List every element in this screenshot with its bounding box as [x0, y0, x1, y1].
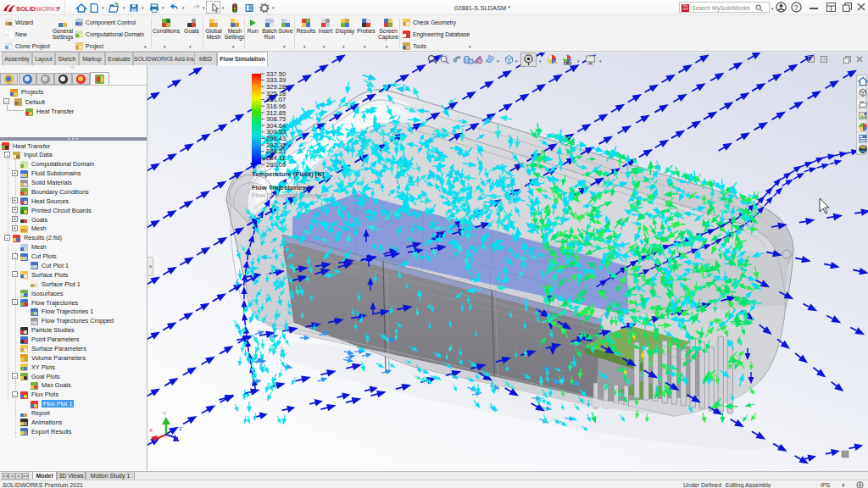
svg-text:Y: Y — [163, 411, 166, 416]
svg-text:X: X — [149, 428, 153, 433]
svg-text:Z: Z — [179, 426, 182, 431]
svg-text:280.00: 280.00 — [266, 161, 286, 169]
svg-text:?: ? — [794, 3, 798, 12]
svg-text:Flow Trajectories 1: Flow Trajectories 1 — [252, 184, 312, 191]
svg-text:Temperature (Fluid) [K]: Temperature (Fluid) [K] — [252, 170, 325, 178]
svg-text:SOLIDWORKS: SOLIDWORKS — [16, 5, 59, 13]
svg-text:Flow Trajectories Cropped: Flow Trajectories Cropped — [252, 191, 327, 199]
